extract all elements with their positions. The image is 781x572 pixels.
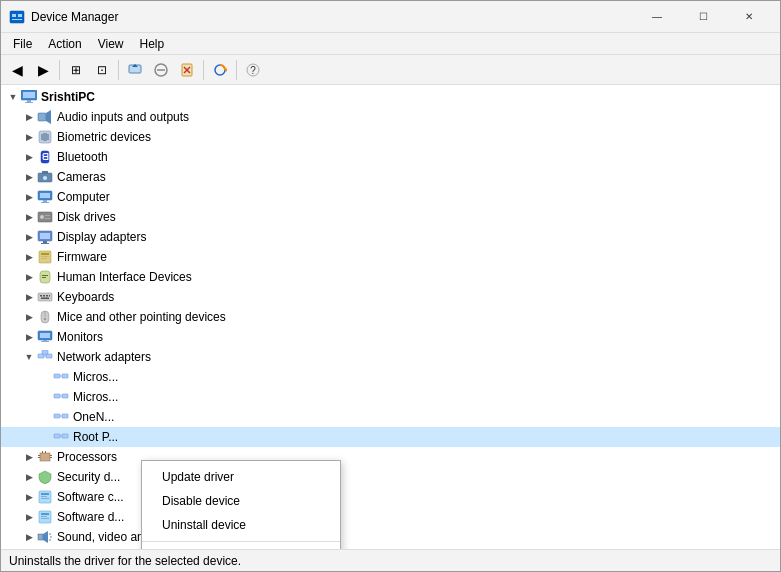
ctx-scan-changes[interactable]: Scan for hardware changes — [142, 546, 340, 549]
tree-rootp[interactable]: ▶ Root P... — [1, 427, 780, 447]
window-icon — [9, 9, 25, 25]
toolbar-update-driver[interactable] — [123, 58, 147, 82]
tree-hid[interactable]: ▶ Human Interface Devices — [1, 267, 780, 287]
display-expander[interactable]: ▶ — [21, 229, 37, 245]
softwarec-icon — [37, 489, 53, 505]
tree-audio[interactable]: ▶ Audio inputs and outputs — [1, 107, 780, 127]
menu-help[interactable]: Help — [132, 33, 173, 55]
svg-rect-33 — [43, 200, 47, 202]
svg-rect-84 — [50, 457, 52, 458]
tree-security[interactable]: ▶ Security d... — [1, 467, 780, 487]
tree-cameras[interactable]: ▶ Cameras — [1, 167, 780, 187]
svg-point-36 — [40, 215, 44, 219]
rootp-icon — [53, 429, 69, 445]
softwared-expander[interactable]: ▶ — [21, 509, 37, 525]
tree-micros2[interactable]: ▶ Micros... — [1, 387, 780, 407]
tree-onen[interactable]: ▶ OneN... — [1, 407, 780, 427]
biometric-expander[interactable]: ▶ — [21, 129, 37, 145]
sound-icon — [37, 529, 53, 545]
network-label: Network adapters — [57, 350, 151, 364]
tree-micros1[interactable]: ▶ Micros... — [1, 367, 780, 387]
monitors-expander[interactable]: ▶ — [21, 329, 37, 345]
tree-firmware[interactable]: ▶ Firmware — [1, 247, 780, 267]
toolbar-help[interactable]: ? — [241, 58, 265, 82]
root-expander[interactable]: ▼ — [5, 89, 21, 105]
svg-rect-50 — [38, 293, 52, 301]
tree-computer[interactable]: ▶ Computer — [1, 187, 780, 207]
svg-marker-96 — [43, 531, 48, 543]
tree-display[interactable]: ▶ Display adapters — [1, 227, 780, 247]
processors-icon — [37, 449, 53, 465]
title-bar: Device Manager — ☐ ✕ — [1, 1, 780, 33]
computer-icon — [21, 89, 37, 105]
tree-network[interactable]: ▼ Network adapters — [1, 347, 780, 367]
toolbar-scan[interactable] — [208, 58, 232, 82]
svg-rect-2 — [18, 14, 22, 17]
svg-rect-95 — [38, 534, 43, 540]
ctx-update-driver[interactable]: Update driver — [142, 465, 340, 489]
ctx-disable-device[interactable]: Disable device — [142, 489, 340, 513]
svg-rect-38 — [45, 218, 50, 219]
firmware-expander[interactable]: ▶ — [21, 249, 37, 265]
disk-expander[interactable]: ▶ — [21, 209, 37, 225]
svg-rect-81 — [38, 455, 40, 456]
menu-file[interactable]: File — [5, 33, 40, 55]
tree-disk[interactable]: ▶ Disk drives — [1, 207, 780, 227]
tree-storage[interactable]: ▶ Storage controllers — [1, 547, 780, 549]
tree-keyboards[interactable]: ▶ Keyboards — [1, 287, 780, 307]
toolbar-show-hide[interactable]: ⊞ — [64, 58, 88, 82]
micros1-icon — [53, 369, 69, 385]
menu-action[interactable]: Action — [40, 33, 89, 55]
tree-biometric[interactable]: ▶ Biometric devices — [1, 127, 780, 147]
tree-softwarec[interactable]: ▶ Software c... — [1, 487, 780, 507]
audio-expander[interactable]: ▶ — [21, 109, 37, 125]
security-icon — [37, 469, 53, 485]
menu-view[interactable]: View — [90, 33, 132, 55]
toolbar-disable[interactable] — [149, 58, 173, 82]
keyboards-label: Keyboards — [57, 290, 114, 304]
rootp-label: Root P... — [73, 430, 118, 444]
toolbar-back[interactable]: ◀ — [5, 58, 29, 82]
toolbar-forward[interactable]: ▶ — [31, 58, 55, 82]
toolbar-uninstall[interactable] — [175, 58, 199, 82]
softwarec-expander[interactable]: ▶ — [21, 489, 37, 505]
sound-expander[interactable]: ▶ — [21, 529, 37, 545]
svg-rect-55 — [41, 298, 49, 300]
tree-softwared[interactable]: ▶ Software d... — [1, 507, 780, 527]
security-expander[interactable]: ▶ — [21, 469, 37, 485]
tree-sound[interactable]: ▶ Sound, video and game controllers — [1, 527, 780, 547]
computer-expander[interactable]: ▶ — [21, 189, 37, 205]
toolbar-sep-4 — [236, 60, 237, 80]
tree-mice[interactable]: ▶ Mice and other pointing devices — [1, 307, 780, 327]
audio-label: Audio inputs and outputs — [57, 110, 189, 124]
minimize-button[interactable]: — — [634, 1, 680, 33]
root-label: SrishtiPC — [41, 90, 95, 104]
audio-icon — [37, 109, 53, 125]
hid-expander[interactable]: ▶ — [21, 269, 37, 285]
svg-rect-40 — [40, 233, 50, 239]
svg-rect-64 — [46, 354, 52, 358]
maximize-button[interactable]: ☐ — [680, 1, 726, 33]
security-label: Security d... — [57, 470, 120, 484]
ctx-uninstall-device[interactable]: Uninstall device — [142, 513, 340, 537]
processors-expander[interactable]: ▶ — [21, 449, 37, 465]
bluetooth-expander[interactable]: ▶ — [21, 149, 37, 165]
biometric-icon — [37, 129, 53, 145]
svg-rect-18 — [25, 102, 33, 103]
tree-root[interactable]: ▼ SrishtiPC — [1, 87, 780, 107]
mice-expander[interactable]: ▶ — [21, 309, 37, 325]
svg-rect-88 — [41, 493, 49, 495]
svg-rect-16 — [23, 92, 35, 98]
toolbar-properties-small[interactable]: ⊡ — [90, 58, 114, 82]
toolbar-sep-2 — [118, 60, 119, 80]
tree-bluetooth[interactable]: ▶ ᗺ Bluetooth — [1, 147, 780, 167]
device-tree[interactable]: ▼ SrishtiPC ▶ Audio inputs and outputs ▶ — [1, 85, 780, 549]
cameras-expander[interactable]: ▶ — [21, 169, 37, 185]
tree-processors[interactable]: ▶ Processors — [1, 447, 780, 467]
tree-monitors[interactable]: ▶ Monitors — [1, 327, 780, 347]
softwarec-label: Software c... — [57, 490, 124, 504]
close-button[interactable]: ✕ — [726, 1, 772, 33]
network-expander[interactable]: ▼ — [21, 349, 37, 365]
keyboards-expander[interactable]: ▶ — [21, 289, 37, 305]
svg-rect-61 — [43, 340, 47, 341]
